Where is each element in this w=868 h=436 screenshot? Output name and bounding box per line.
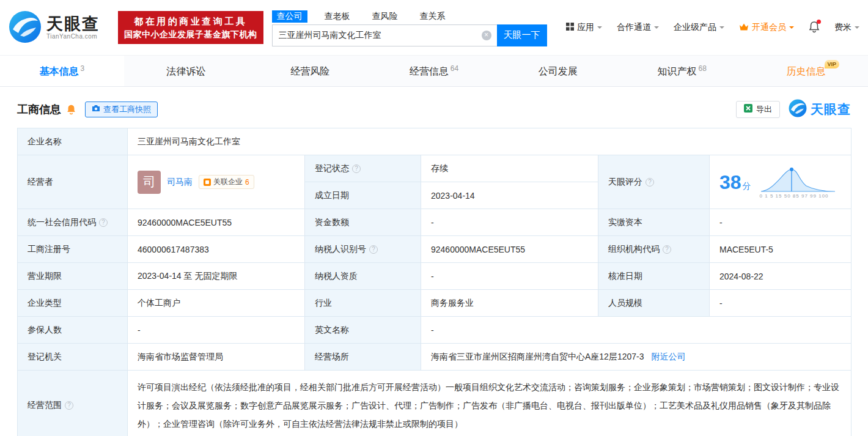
search-input[interactable] bbox=[272, 24, 497, 46]
tab-count: 64 bbox=[451, 64, 458, 73]
search-tab-boss[interactable]: 查老板 bbox=[320, 10, 355, 23]
credit-code-value: 92460000MACE5EUT55 bbox=[128, 209, 305, 236]
vip-badge: VIP bbox=[825, 60, 840, 68]
reg-status-value: 存续 bbox=[421, 155, 598, 182]
insured-count-value: - bbox=[128, 317, 305, 344]
staff-size-label: 人员规模 bbox=[598, 290, 710, 317]
table-row: 企业类型 个体工商户 行业 商务服务业 人员规模 - bbox=[18, 290, 851, 317]
help-icon[interactable]: ? bbox=[99, 218, 108, 227]
excel-icon bbox=[744, 104, 752, 114]
industry-label: 行业 bbox=[305, 290, 421, 317]
reg-number-value: 460000617487383 bbox=[128, 236, 305, 263]
related-companies-count: 6 bbox=[245, 178, 249, 187]
business-term-value: 2023-04-14 至 无固定期限 bbox=[128, 263, 305, 290]
nav-vip-upgrade[interactable]: 开通会员 bbox=[739, 22, 794, 33]
help-icon[interactable]: ? bbox=[369, 245, 378, 254]
notification-bell-icon[interactable] bbox=[809, 21, 820, 35]
clear-search-icon[interactable]: × bbox=[482, 31, 491, 40]
search-button[interactable]: 天眼一下 bbox=[497, 24, 547, 46]
help-icon[interactable]: ? bbox=[645, 178, 654, 187]
tab-basic-info[interactable]: 基本信息3 bbox=[0, 56, 124, 86]
chevron-down-icon bbox=[719, 26, 724, 31]
paid-capital-label: 实缴资本 bbox=[598, 209, 710, 236]
business-info-table: 企业名称 三亚崖州司马南文化工作室 经营者 司 司马南 关联企业 6 登记状态?… bbox=[17, 128, 851, 436]
score-chart: 0 1 5 15 50 85 97 99 100 bbox=[760, 166, 836, 199]
business-info-header: 工商信息 查看工商快照 导出 bbox=[0, 87, 868, 128]
table-row: 营业期限 2023-04-14 至 无固定期限 纳税人资质 - 核准日期 202… bbox=[18, 263, 851, 290]
operator-label: 经营者 bbox=[18, 155, 128, 209]
search-tab-company[interactable]: 查公司 bbox=[272, 10, 307, 23]
tab-intellectual-property[interactable]: 知识产权68 bbox=[620, 56, 744, 86]
english-name-label: 英文名称 bbox=[305, 317, 421, 344]
chevron-down-icon bbox=[855, 26, 859, 31]
help-icon[interactable]: ? bbox=[663, 245, 671, 254]
operator-name-link[interactable]: 司马南 bbox=[167, 177, 193, 188]
operator-avatar[interactable]: 司 bbox=[138, 171, 161, 194]
help-icon[interactable]: ? bbox=[65, 401, 73, 410]
tab-legal-proceedings[interactable]: 法律诉讼 bbox=[124, 56, 248, 86]
org-code-label: 组织机构代码? bbox=[598, 236, 710, 263]
nav-user-account[interactable]: 费米 bbox=[834, 22, 859, 33]
company-name-label: 企业名称 bbox=[18, 128, 128, 155]
english-name-value: - bbox=[421, 317, 851, 344]
capital-label: 资金数额 bbox=[305, 209, 421, 236]
nav-apps[interactable]: 应用 bbox=[566, 22, 602, 33]
reg-authority-label: 登记机关 bbox=[18, 344, 128, 371]
promo-banner: 都在用的商业查询工具 国家中小企业发展子基金旗下机构 bbox=[118, 11, 263, 45]
table-row: 企业名称 三亚崖州司马南文化工作室 bbox=[18, 128, 851, 155]
insured-count-label: 参保人数 bbox=[18, 317, 128, 344]
nav-enterprise[interactable]: 企业级产品 bbox=[674, 22, 724, 33]
search-tabs: 查公司 查老板 查风险 查关系 bbox=[272, 9, 547, 24]
tab-operating-risk[interactable]: 经营风险 bbox=[248, 56, 372, 86]
establish-date-label: 成立日期 bbox=[305, 182, 421, 209]
tianyancha-logo[interactable]: 天眼查 TianYanCha.com bbox=[9, 10, 100, 45]
table-row: 登记机关 海南省市场监督管理局 经营场所 海南省三亚市崖州区招商崖州湾自贸中心A… bbox=[18, 344, 851, 371]
top-navigation: 应用 合作通道 企业级产品 开通会员 费米 bbox=[566, 21, 859, 35]
chevron-down-icon bbox=[789, 26, 794, 31]
approval-date-label: 核准日期 bbox=[598, 263, 710, 290]
score-cell: 38分 0 1 5 15 50 85 97 99 100 bbox=[710, 155, 851, 209]
reg-number-label: 工商注册号 bbox=[18, 236, 128, 263]
related-companies-icon bbox=[204, 179, 211, 186]
business-scope-label: 经营范围? bbox=[18, 371, 128, 436]
nearby-companies-link[interactable]: 附近公司 bbox=[651, 352, 685, 361]
promo-line2: 国家中小企业发展子基金旗下机构 bbox=[124, 28, 257, 42]
tianyancha-watermark: 天眼查 bbox=[789, 99, 851, 119]
tab-company-development[interactable]: 公司发展 bbox=[496, 56, 620, 86]
score-value: 38分 bbox=[719, 172, 751, 192]
table-row: 统一社会信用代码? 92460000MACE5EUT55 资金数额 - 实缴资本… bbox=[18, 209, 851, 236]
taxpayer-quality-label: 纳税人资质 bbox=[305, 263, 421, 290]
chevron-down-icon bbox=[597, 26, 602, 31]
tab-history-info[interactable]: 历史信息 VIP bbox=[744, 56, 868, 86]
help-icon[interactable]: ? bbox=[352, 164, 361, 173]
tab-count: 68 bbox=[699, 64, 707, 73]
related-companies-tag[interactable]: 关联企业 6 bbox=[199, 175, 254, 189]
nav-partner[interactable]: 合作通道 bbox=[617, 22, 659, 33]
export-button[interactable]: 导出 bbox=[736, 101, 780, 118]
taxpayer-id-value: 92460000MACE5EUT55 bbox=[421, 236, 598, 263]
promo-line1: 都在用的商业查询工具 bbox=[124, 14, 257, 28]
business-place-value: 海南省三亚市崖州区招商崖州湾自贸中心A座12层1207-3 附近公司 bbox=[421, 344, 851, 371]
chevron-down-icon bbox=[654, 26, 659, 31]
business-place-label: 经营场所 bbox=[305, 344, 421, 371]
paid-capital-value: - bbox=[710, 209, 851, 236]
notification-dot bbox=[817, 20, 821, 24]
tianyancha-logo-icon bbox=[789, 99, 807, 119]
tab-operating-info[interactable]: 经营信息64 bbox=[372, 56, 496, 86]
tab-count: 3 bbox=[81, 64, 85, 73]
logo-title: 天眼查 bbox=[46, 15, 100, 34]
approval-date-value: 2024-08-22 bbox=[710, 263, 851, 290]
top-header: 天眼查 TianYanCha.com 都在用的商业查询工具 国家中小企业发展子基… bbox=[0, 0, 868, 55]
crown-icon bbox=[739, 23, 749, 32]
business-scope-value: 许可项目演出经纪（依法须经批准的项目，经相关部门批准后方可开展经营活动）一般项目… bbox=[128, 371, 851, 436]
search-tab-risk[interactable]: 查风险 bbox=[367, 10, 403, 23]
business-snapshot-button[interactable]: 查看工商快照 bbox=[85, 102, 158, 117]
logo-domain: TianYanCha.com bbox=[46, 33, 100, 40]
taxpayer-quality-value: - bbox=[421, 263, 598, 290]
reg-authority-value: 海南省市场监督管理局 bbox=[128, 344, 305, 371]
reg-status-label: 登记状态? bbox=[305, 155, 421, 182]
establish-date-value: 2023-04-14 bbox=[421, 182, 598, 209]
capital-value: - bbox=[421, 209, 598, 236]
search-tab-relation[interactable]: 查关系 bbox=[415, 10, 451, 23]
monitor-bell-icon[interactable] bbox=[66, 104, 76, 115]
